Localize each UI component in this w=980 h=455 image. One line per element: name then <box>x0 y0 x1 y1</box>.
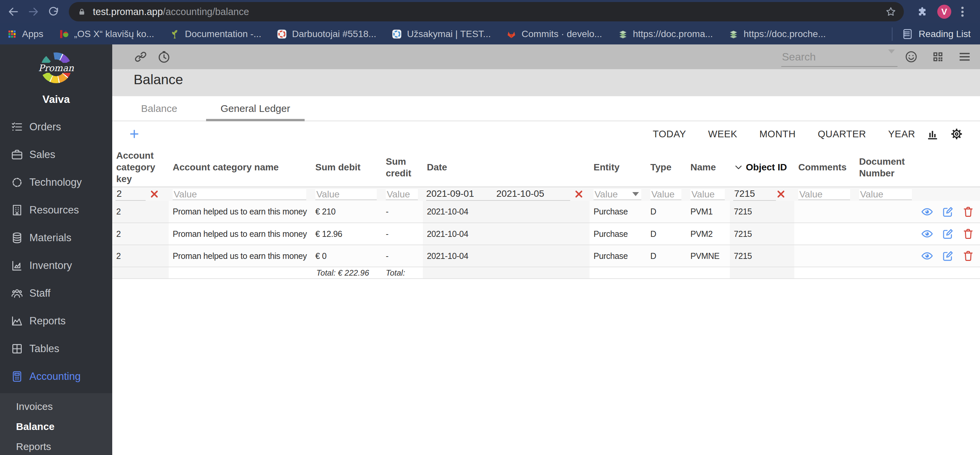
filter-sum-debit[interactable]: Value <box>311 188 382 201</box>
hamburger-menu-icon[interactable] <box>958 50 971 64</box>
url-bar[interactable]: test.proman.app/accounting/balance <box>69 2 904 21</box>
qr-code-icon[interactable] <box>931 50 945 64</box>
reading-list-button[interactable]: Reading List <box>901 28 970 40</box>
bookmark-osx[interactable]: „OS X“ klavišų ko... <box>59 29 154 40</box>
filter-sum-credit[interactable]: Value <box>382 188 423 201</box>
avatar[interactable]: V <box>937 5 951 19</box>
edit-icon[interactable] <box>941 205 954 219</box>
header-sum-credit[interactable]: Sum credit <box>382 141 423 186</box>
clear-filter-icon[interactable] <box>776 189 786 199</box>
filter-object-id[interactable]: 7215 <box>730 188 794 201</box>
header-name[interactable]: Name <box>686 141 730 186</box>
book-favicon <box>728 29 739 40</box>
filter-date[interactable]: 2021-09-012021-10-05 <box>423 188 590 201</box>
sidebar-item-inventory[interactable]: Inventory <box>0 251 112 279</box>
view-icon[interactable] <box>921 205 933 219</box>
tab-general-ledger[interactable]: General Ledger <box>206 96 305 121</box>
cell-document <box>855 223 917 245</box>
submenu-item-invoices[interactable]: Invoices <box>0 396 112 417</box>
delete-icon[interactable] <box>962 205 974 219</box>
search-field[interactable]: Search <box>781 47 897 67</box>
entity-dropdown-icon[interactable] <box>632 192 639 196</box>
bookmark-uzsakymai[interactable]: Užsakymai | TEST... <box>391 29 491 40</box>
header-sum-debit[interactable]: Sum debit <box>311 141 382 186</box>
bookmark-doc-proma[interactable]: https://doc.proma... <box>617 29 713 40</box>
sidebar-item-orders[interactable]: Orders <box>0 113 112 141</box>
header-document-number[interactable]: Document Number <box>855 141 917 186</box>
cell-actions <box>917 223 980 245</box>
bookmark-apps[interactable]: Apps <box>7 29 43 40</box>
extensions-icon[interactable] <box>916 6 928 18</box>
settings-gear-icon[interactable] <box>950 127 963 141</box>
sidebar-item-staff[interactable]: Staff <box>0 279 112 307</box>
sidebar-item-tables[interactable]: Tables <box>0 335 112 363</box>
bookmark-documentation[interactable]: Documentation -... <box>169 29 261 40</box>
submenu-item-balance[interactable]: Balance <box>0 417 112 437</box>
forward-icon[interactable] <box>27 6 40 18</box>
delete-icon[interactable] <box>962 227 974 241</box>
bookmark-commits[interactable]: Commits · develo... <box>506 29 602 40</box>
range-today[interactable]: TODAY <box>653 129 686 140</box>
sidebar-item-technology[interactable]: Technology <box>0 169 112 196</box>
filter-account-category-key[interactable]: 2 <box>112 188 169 201</box>
submenu-item-reports[interactable]: Reports <box>0 437 112 455</box>
table-row[interactable]: 2 Proman helped us to earn this money € … <box>112 223 980 245</box>
reload-icon[interactable] <box>48 6 59 18</box>
sidebar-item-reports[interactable]: Reports <box>0 307 112 335</box>
calculator-icon <box>11 370 23 383</box>
filter-name[interactable]: Value <box>686 188 730 201</box>
bookmark-darbuotojai[interactable]: Darbuotojai #5518... <box>277 29 376 40</box>
clock-icon[interactable] <box>157 50 171 64</box>
header-date[interactable]: Date <box>423 141 590 186</box>
browser-menu-icon[interactable] <box>961 6 964 18</box>
filter-document-number[interactable]: Value <box>855 188 917 201</box>
filter-entity[interactable]: Value <box>590 188 646 201</box>
filter-comments[interactable]: Value <box>794 188 855 201</box>
cell-comments <box>794 201 855 223</box>
back-icon[interactable] <box>7 6 19 18</box>
bookmarks-divider <box>892 27 892 41</box>
table-row[interactable]: 2 Proman helped us to earn this money € … <box>112 201 980 223</box>
delete-icon[interactable] <box>962 249 974 263</box>
view-icon[interactable] <box>921 227 933 241</box>
edit-icon[interactable] <box>941 227 954 241</box>
cell-debit: € 210 <box>311 201 382 223</box>
header-type[interactable]: Type <box>646 141 686 186</box>
header-account-category-key[interactable]: Account category key <box>112 141 169 186</box>
bar-chart-icon[interactable] <box>926 127 939 141</box>
cell-document <box>855 201 917 223</box>
filter-account-category-name[interactable]: Value <box>169 188 311 201</box>
header-entity[interactable]: Entity <box>590 141 646 186</box>
header-object-id[interactable]: Object ID <box>730 141 794 186</box>
sidebar-item-accounting[interactable]: Accounting <box>0 363 112 390</box>
sidebar-item-resources[interactable]: Resources <box>0 196 112 224</box>
range-quarter[interactable]: QUARTER <box>818 129 866 140</box>
cell-name: Proman helped us to earn this money <box>169 201 311 223</box>
view-icon[interactable] <box>921 249 933 263</box>
proman-favicon <box>277 29 287 40</box>
add-icon[interactable] <box>129 129 140 139</box>
clear-filter-icon[interactable] <box>149 189 159 199</box>
database-icon <box>11 232 23 244</box>
bookmark-star-icon[interactable] <box>885 6 897 18</box>
totals-row: Total: € 222.96 Total: <box>112 267 980 279</box>
clear-filter-icon[interactable] <box>574 189 584 199</box>
area-chart-icon <box>11 315 23 328</box>
range-month[interactable]: MONTH <box>759 129 795 140</box>
tab-balance[interactable]: Balance <box>126 96 193 121</box>
table-row[interactable]: 2 Proman helped us to earn this money € … <box>112 245 980 267</box>
cell-actions <box>917 201 980 223</box>
accounting-submenu: Invoices Balance Reports <box>0 393 112 455</box>
range-year[interactable]: YEAR <box>888 129 915 140</box>
page-title: Balance <box>134 72 183 88</box>
filter-type[interactable]: Value <box>646 188 686 201</box>
header-comments[interactable]: Comments <box>794 141 855 186</box>
edit-icon[interactable] <box>941 249 954 263</box>
smiley-icon[interactable] <box>905 50 918 64</box>
sidebar-item-sales[interactable]: Sales <box>0 141 112 169</box>
link-icon[interactable] <box>134 50 148 64</box>
range-week[interactable]: WEEK <box>708 129 737 140</box>
sidebar-item-materials[interactable]: Materials <box>0 224 112 251</box>
header-account-category-name[interactable]: Account category name <box>169 141 311 186</box>
bookmark-doc-proche[interactable]: https://doc.proche... <box>728 29 826 40</box>
